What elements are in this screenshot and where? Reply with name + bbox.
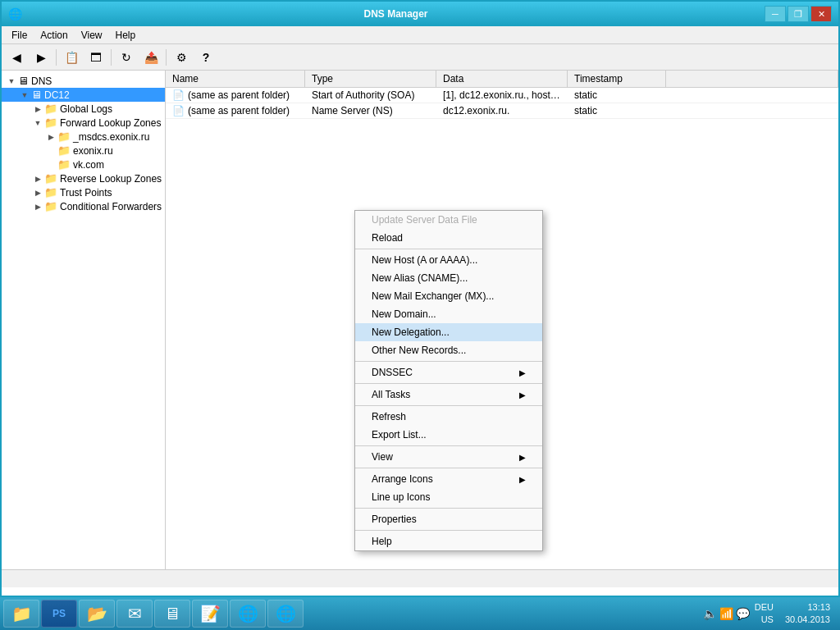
tree-item-dns[interactable]: ▼ 🖥 DNS bbox=[2, 74, 165, 88]
ctx-new-mail[interactable]: New Mail Exchanger (MX)... bbox=[355, 287, 542, 305]
taskbar-btn-globe[interactable]: 🌐 bbox=[230, 600, 266, 628]
tree-item-trust-points[interactable]: ▶ 📁 Trust Points bbox=[2, 185, 165, 199]
ctx-reload[interactable]: Reload bbox=[355, 229, 542, 247]
vk-icon: 📁 bbox=[57, 158, 71, 171]
tree-item-dc12[interactable]: ▼ 🖥 DC12 bbox=[2, 88, 165, 102]
tree-label-dns: DNS bbox=[31, 75, 52, 87]
ctx-sep-7 bbox=[355, 508, 542, 509]
ctx-refresh[interactable]: Refresh bbox=[355, 408, 542, 426]
ctx-update-server[interactable]: Update Server Data File bbox=[355, 211, 542, 229]
ctx-new-alias[interactable]: New Alias (CNAME)... bbox=[355, 269, 542, 287]
ctx-new-delegation[interactable]: New Delegation... bbox=[355, 323, 542, 341]
tree-item-vk[interactable]: ▶ 📁 vk.com bbox=[2, 158, 165, 171]
app-icon: 🌐 bbox=[8, 7, 22, 21]
reverse-lookup-icon: 📁 bbox=[44, 172, 57, 185]
ctx-label-refresh: Refresh bbox=[372, 411, 406, 422]
list-row[interactable]: 📄 (same as parent folder) Name Server (N… bbox=[166, 103, 838, 119]
tree-item-conditional[interactable]: ▶ 📁 Conditional Forwarders bbox=[2, 199, 165, 213]
restore-button[interactable]: ❐ bbox=[788, 6, 809, 22]
tree-item-exonix[interactable]: ▶ 📁 exonix.ru bbox=[2, 144, 165, 158]
cell-name: 📄 (same as parent folder) bbox=[166, 103, 305, 118]
menu-view[interactable]: View bbox=[75, 28, 109, 43]
menu-bar: File Action View Help bbox=[2, 26, 838, 44]
ctx-other-records[interactable]: Other New Records... bbox=[355, 341, 542, 359]
cell-timestamp: static bbox=[568, 103, 666, 118]
ctx-lineup-icons[interactable]: Line up Icons bbox=[355, 488, 542, 506]
ctx-export-list[interactable]: Export List... bbox=[355, 426, 542, 444]
window-title: DNS Manager bbox=[27, 8, 765, 20]
taskbar-btn-explorer[interactable]: 📁 bbox=[3, 600, 39, 628]
tray-icons: 🔈 📶 💬 bbox=[703, 607, 750, 620]
taskbar-btn-globe2[interactable]: 🌐 bbox=[267, 600, 304, 628]
taskbar-btn-files[interactable]: 📂 bbox=[79, 600, 115, 628]
ctx-arrow-view: ▶ bbox=[519, 453, 526, 462]
ctx-dnssec[interactable]: DNSSEC ▶ bbox=[355, 363, 542, 381]
expand-forward-lookup[interactable]: ▼ bbox=[31, 119, 44, 127]
col-name[interactable]: Name bbox=[166, 71, 305, 87]
menu-action[interactable]: Action bbox=[34, 28, 74, 43]
context-menu: Update Server Data File Reload New Host … bbox=[354, 210, 543, 551]
exonix-icon: 📁 bbox=[57, 144, 71, 157]
menu-file[interactable]: File bbox=[5, 28, 34, 43]
tree-item-global-logs[interactable]: ▶ 📁 Global Logs bbox=[2, 102, 165, 116]
expand-msdcs[interactable]: ▶ bbox=[44, 133, 57, 141]
ctx-sep-1 bbox=[355, 249, 542, 249]
close-button[interactable]: ✕ bbox=[810, 6, 832, 22]
content-panel: Name Type Data Timestamp 📄 (same as pare… bbox=[166, 71, 838, 569]
taskbar-btn-powershell[interactable]: PS bbox=[41, 600, 77, 628]
ctx-all-tasks[interactable]: All Tasks ▶ bbox=[355, 386, 542, 404]
tray-icon-1[interactable]: 🔈 bbox=[703, 607, 717, 620]
row-name-text: (same as parent folder) bbox=[188, 89, 290, 101]
tree-item-msdcs[interactable]: ▶ 📁 _msdcs.exonix.ru bbox=[2, 130, 165, 144]
expand-dc12[interactable]: ▼ bbox=[18, 91, 31, 99]
expand-conditional[interactable]: ▶ bbox=[31, 203, 44, 211]
global-logs-icon: 📁 bbox=[44, 103, 57, 115]
tray-icon-2[interactable]: 📶 bbox=[719, 607, 733, 620]
col-type[interactable]: Type bbox=[305, 71, 436, 87]
taskbar: 📁 PS 📂 ✉ 🖥 📝 🌐 🌐 🔈 📶 💬 DEU US 13:13 30.0… bbox=[0, 597, 840, 630]
refresh-button[interactable]: ↻ bbox=[115, 47, 138, 68]
ctx-label-properties: Properties bbox=[372, 514, 417, 525]
tree-toggle-button[interactable]: 📋 bbox=[60, 47, 83, 68]
col-data[interactable]: Data bbox=[436, 71, 568, 87]
row-icon: 📄 bbox=[172, 105, 185, 116]
tree-item-forward-lookup[interactable]: ▼ 📁 Forward Lookup Zones bbox=[2, 116, 165, 130]
ctx-label-dnssec: DNSSEC bbox=[372, 367, 413, 378]
tree-label-conditional: Conditional Forwarders bbox=[60, 201, 162, 212]
list-row[interactable]: 📄 (same as parent folder) Start of Autho… bbox=[166, 88, 838, 103]
ctx-arrange-icons[interactable]: Arrange Icons ▶ bbox=[355, 470, 542, 488]
new-window-button[interactable]: 🗖 bbox=[84, 47, 107, 68]
forward-button[interactable]: ▶ bbox=[30, 47, 52, 68]
back-button[interactable]: ◀ bbox=[5, 47, 28, 68]
ctx-help[interactable]: Help bbox=[355, 532, 542, 550]
cell-data: [1], dc12.exonix.ru., hostm... bbox=[436, 88, 568, 103]
export-button[interactable]: 📤 bbox=[139, 47, 162, 68]
ctx-arrow-all-tasks: ▶ bbox=[519, 390, 526, 399]
help-toolbar-button[interactable]: ? bbox=[194, 47, 217, 68]
ctx-sep-8 bbox=[355, 530, 542, 531]
tree-label-exonix: exonix.ru bbox=[73, 145, 113, 157]
ctx-properties[interactable]: Properties bbox=[355, 510, 542, 528]
cell-name: 📄 (same as parent folder) bbox=[166, 88, 305, 103]
cell-timestamp: static bbox=[568, 88, 666, 103]
taskbar-btn-notepad[interactable]: 📝 bbox=[192, 600, 228, 628]
ctx-sep-5 bbox=[355, 445, 542, 446]
ctx-label-new-delegation: New Delegation... bbox=[372, 326, 450, 338]
tray-icon-3[interactable]: 💬 bbox=[736, 607, 750, 620]
taskbar-btn-network[interactable]: 🖥 bbox=[154, 600, 190, 628]
col-timestamp[interactable]: Timestamp bbox=[568, 71, 666, 87]
expand-trust-points[interactable]: ▶ bbox=[31, 189, 44, 197]
ctx-new-host[interactable]: New Host (A or AAAA)... bbox=[355, 251, 542, 269]
tree-panel: ▼ 🖥 DNS ▼ 🖥 DC12 ▶ 📁 Global Logs ▼ 📁 For… bbox=[2, 71, 166, 569]
menu-help[interactable]: Help bbox=[109, 28, 143, 43]
taskbar-btn-mail[interactable]: ✉ bbox=[116, 600, 153, 628]
expand-reverse-lookup[interactable]: ▶ bbox=[31, 175, 44, 183]
properties-button[interactable]: ⚙ bbox=[170, 47, 193, 68]
ctx-new-domain[interactable]: New Domain... bbox=[355, 305, 542, 323]
ctx-view[interactable]: View ▶ bbox=[355, 448, 542, 466]
tree-item-reverse-lookup[interactable]: ▶ 📁 Reverse Lookup Zones bbox=[2, 171, 165, 185]
expand-global-logs[interactable]: ▶ bbox=[31, 105, 44, 113]
expand-dns[interactable]: ▼ bbox=[5, 77, 18, 85]
locale-text: DEU bbox=[755, 601, 774, 614]
minimize-button[interactable]: ─ bbox=[765, 6, 786, 22]
